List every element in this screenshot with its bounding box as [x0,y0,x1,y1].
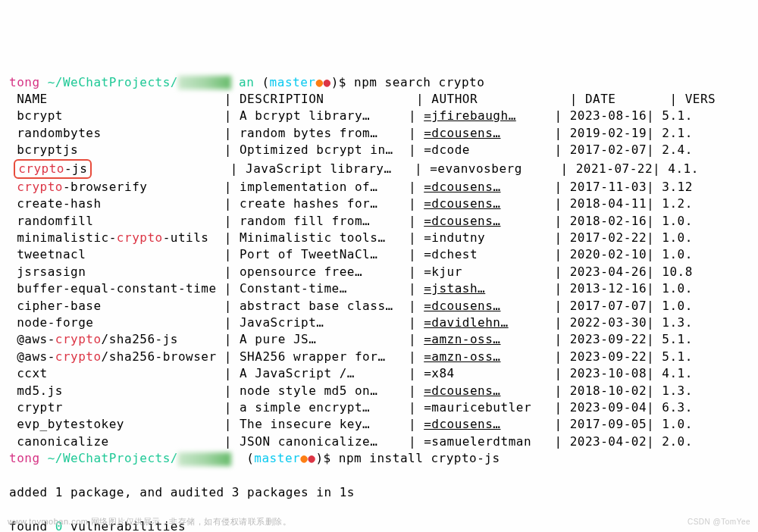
prompt-line-2: tong ~/WeChatProjects/ (master●●)$ npm i… [9,450,749,467]
table-row: md5.js | node style md5 on… | =dcousens…… [9,383,749,399]
table-row: minimalistic-crypto-utils | Minimalistic… [9,230,749,246]
table-row: tweetnacl | Port of TweetNaCl… | =dchest… [9,246,749,263]
table-row: node-forge | JavaScript… | =davidlehn… |… [9,315,749,331]
table-row: cryptr | a simple encrypt… | =mauricebut… [9,399,749,416]
table-row: crypto-browserify | implementation of… |… [9,179,749,196]
table-row: randomfill | random fill from… | =dcouse… [9,213,749,230]
blank-line [9,468,749,484]
table-row: bcryptjs | Optimized bcrypt in… | =dcode… [9,142,749,158]
terminal-output[interactable]: tong ~/WeChatProjects/ an (master●●)$ np… [9,74,749,532]
watermark-right: CSDN @TomYee [688,517,750,527]
table-row: randombytes | random bytes from… | =dcou… [9,125,749,142]
table-row: bcrypt | A bcrypt library… | =jfirebaugh… [9,108,749,124]
table-row: create-hash | create hashes for… | =dcou… [9,196,749,212]
prompt-line-1: tong ~/WeChatProjects/ an (master●●)$ np… [9,74,749,91]
table-row: evp_bytestokey | The insecure key… | =dc… [9,416,749,433]
table-row: jsrsasign | opensource free… | =kjur | 2… [9,264,749,280]
table-row: ccxt | A JavaScript /… | =x84 | 2023-10-… [9,365,749,382]
table-row: buffer-equal-constant-time | Constant-ti… [9,280,749,297]
table-row: @aws-crypto/sha256-browser | SHA256 wrap… [9,349,749,365]
table-row: cipher-base | abstract base class… | =dc… [9,298,749,315]
watermark-left: www.toymoban.com 网络图片仅供展示，非存储，如有侵权请联系删除。 [8,516,291,527]
install-output: added 1 package, and audited 3 packages … [9,484,749,501]
table-header: NAME | DESCRIPTION | AUTHOR | DATE | VER… [9,91,749,108]
table-row: canonicalize | JSON canonicalize… | =sam… [9,433,749,450]
table-row: @aws-crypto/sha256-js | A pure JS… | =am… [9,331,749,348]
table-row: crypto-js | JavaScript library… | =evanv… [9,159,749,179]
